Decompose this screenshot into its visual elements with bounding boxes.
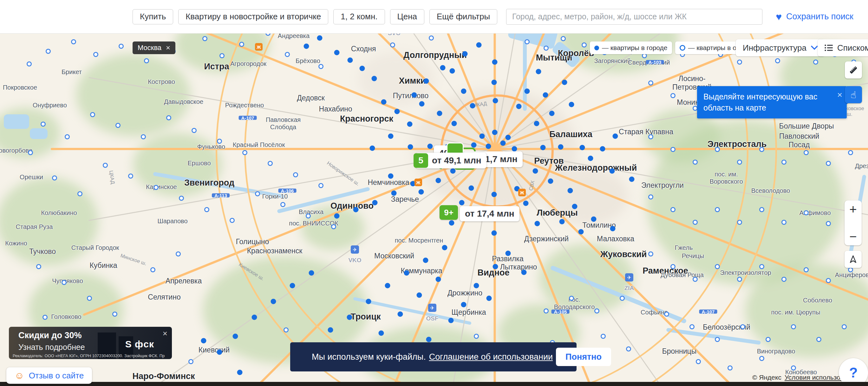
map-dot-city[interactable] bbox=[388, 174, 394, 179]
map-dot-city[interactable] bbox=[505, 251, 511, 256]
map-dot-city[interactable] bbox=[442, 245, 447, 250]
map-dot-city[interactable] bbox=[419, 101, 425, 107]
map-dot-region[interactable] bbox=[306, 213, 311, 218]
region-chip-moscow[interactable]: Москва × bbox=[132, 41, 175, 54]
map-dot-city[interactable] bbox=[418, 189, 424, 195]
map-dot-city[interactable] bbox=[512, 146, 517, 152]
map-dot-region[interactable] bbox=[65, 134, 70, 139]
map-dot-city[interactable] bbox=[450, 169, 456, 174]
site-feedback-button[interactable]: ☺ Отзыв о сайте bbox=[6, 367, 92, 384]
map-dot-city[interactable] bbox=[610, 226, 616, 232]
map-dot-region[interactable] bbox=[826, 161, 831, 166]
map-dot-city[interactable] bbox=[353, 207, 359, 212]
map-dot-city[interactable] bbox=[492, 130, 498, 135]
map-dot-city[interactable] bbox=[569, 102, 574, 107]
map-dot-region[interactable] bbox=[671, 93, 676, 98]
map-dot-region[interactable] bbox=[740, 324, 745, 329]
map-dot-region[interactable] bbox=[737, 160, 742, 165]
map-dot-region[interactable] bbox=[202, 36, 208, 41]
map-dot-region[interactable] bbox=[150, 267, 155, 272]
map-dot-region[interactable] bbox=[781, 277, 786, 282]
filter-property-type-button[interactable]: Квартиру в новостройке и вторичке bbox=[178, 9, 328, 24]
tooltip-close-icon[interactable]: × bbox=[837, 89, 842, 101]
map-dot-region[interactable] bbox=[285, 52, 290, 57]
map-dot-city[interactable] bbox=[562, 80, 567, 85]
map-dot-city[interactable] bbox=[436, 178, 441, 183]
map-dot-region[interactable] bbox=[842, 324, 847, 329]
filter-deal-type-button[interactable]: Купить bbox=[132, 9, 173, 24]
map-dot-region[interactable] bbox=[239, 42, 244, 47]
map-dot-region[interactable] bbox=[693, 277, 698, 282]
map-dot-region[interactable] bbox=[804, 210, 809, 215]
map-dot-region[interactable] bbox=[791, 365, 796, 371]
map-dot-region[interactable] bbox=[648, 195, 653, 200]
map-dot-city[interactable] bbox=[629, 177, 634, 182]
map-dot-region[interactable] bbox=[27, 62, 32, 67]
map-dot-city[interactable] bbox=[461, 302, 466, 308]
map-dot-region[interactable] bbox=[219, 53, 224, 58]
map-dot-region[interactable] bbox=[242, 150, 247, 155]
map-dot-city[interactable] bbox=[572, 204, 578, 209]
map-dot-city[interactable] bbox=[521, 270, 527, 275]
map-dot-region[interactable] bbox=[594, 308, 599, 314]
list-view-button[interactable]: Списком bbox=[817, 39, 868, 56]
map-dot-region[interactable] bbox=[664, 312, 669, 317]
map-dot-region[interactable] bbox=[737, 277, 742, 282]
price-pill-17-4[interactable]: от 17,4 млн bbox=[460, 206, 520, 221]
map-dot-city[interactable] bbox=[428, 144, 433, 149]
map-dot-city[interactable] bbox=[525, 89, 530, 94]
map-dot-city[interactable] bbox=[450, 68, 455, 74]
map-dot-city[interactable] bbox=[492, 80, 497, 85]
infrastructure-dropdown[interactable]: Инфраструктура bbox=[736, 39, 825, 56]
map-dot-region[interactable] bbox=[191, 128, 197, 133]
map-dot-region[interactable] bbox=[569, 296, 574, 301]
map-dot-region[interactable] bbox=[293, 172, 298, 177]
map-dot-region[interactable] bbox=[813, 60, 818, 65]
map-dot-city[interactable] bbox=[471, 142, 477, 148]
map-dot-region[interactable] bbox=[144, 58, 149, 63]
map-dot-city[interactable] bbox=[540, 145, 546, 150]
map-dot-city[interactable] bbox=[459, 200, 465, 206]
area-select-tool-button[interactable]: ☝ bbox=[845, 86, 862, 103]
cluster-count-badge-9plus[interactable]: 9+ bbox=[439, 205, 458, 220]
zoom-out-button[interactable]: − bbox=[849, 230, 857, 243]
map-dot-region[interactable] bbox=[52, 175, 57, 180]
map-dot-region[interactable] bbox=[255, 191, 260, 196]
map-dot-region[interactable] bbox=[693, 160, 698, 165]
map-dot-city[interactable] bbox=[493, 264, 498, 270]
map-dot-region[interactable] bbox=[103, 163, 108, 168]
map-dot-city[interactable] bbox=[404, 271, 409, 276]
map-dot-city[interactable] bbox=[558, 144, 563, 150]
map-dot-city[interactable] bbox=[385, 283, 391, 288]
map-dot-region[interactable] bbox=[268, 161, 273, 166]
map-dot-region[interactable] bbox=[715, 264, 720, 269]
map-dot-city[interactable] bbox=[437, 111, 442, 116]
filter-rooms-button[interactable]: 1, 2 комн. bbox=[333, 9, 385, 24]
map-dot-city[interactable] bbox=[366, 299, 371, 304]
map-dot-city[interactable] bbox=[328, 327, 333, 333]
geolocate-button[interactable] bbox=[844, 251, 862, 268]
map-dot-region[interactable] bbox=[693, 220, 698, 225]
map-dot-region[interactable] bbox=[176, 251, 181, 256]
map-dot-region[interactable] bbox=[179, 196, 184, 201]
map-dot-city[interactable] bbox=[448, 318, 454, 323]
map-dot-city[interactable] bbox=[317, 35, 322, 41]
map-dot-region[interactable] bbox=[775, 58, 780, 63]
map-dot-city[interactable] bbox=[579, 229, 584, 235]
map-dot-region[interactable] bbox=[648, 134, 653, 139]
map-dot-region[interactable] bbox=[648, 80, 653, 85]
map-dot-city[interactable] bbox=[304, 44, 309, 49]
map-dot-region[interactable] bbox=[582, 42, 587, 47]
map-dot-region[interactable] bbox=[331, 224, 336, 229]
map-dot-region[interactable] bbox=[671, 264, 676, 269]
ad-close-icon[interactable]: × bbox=[163, 329, 167, 339]
map-dot-region[interactable] bbox=[318, 64, 323, 69]
filter-more-button[interactable]: Ещё фильтры bbox=[429, 9, 497, 24]
ad-cta-link[interactable]: Узнать подробнее bbox=[19, 343, 85, 352]
map-dot-city[interactable] bbox=[500, 141, 506, 146]
map-dot-region[interactable] bbox=[474, 334, 479, 339]
map-dot-region[interactable] bbox=[42, 315, 48, 320]
map-dot-city[interactable] bbox=[348, 58, 353, 63]
map-dot-city[interactable] bbox=[233, 334, 238, 339]
map-dot-city[interactable] bbox=[449, 220, 455, 226]
